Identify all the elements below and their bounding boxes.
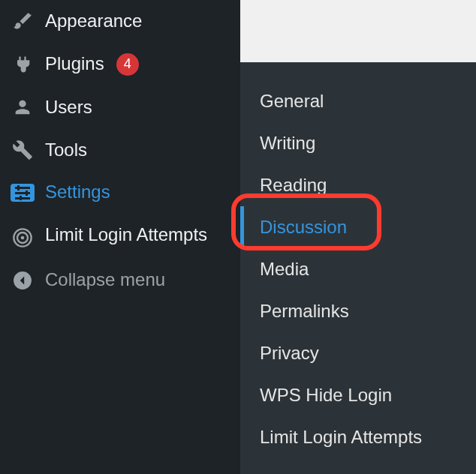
svg-point-8 xyxy=(21,236,25,240)
wrench-icon xyxy=(11,140,35,160)
sidebar-item-label: Tools xyxy=(45,140,87,161)
sidebar-item-users[interactable]: Users xyxy=(0,86,240,129)
brush-icon xyxy=(11,10,35,32)
sidebar-item-plugins[interactable]: Plugins 4 xyxy=(0,43,240,86)
svg-rect-4 xyxy=(26,190,28,196)
user-icon xyxy=(11,97,35,118)
submenu-item-discussion[interactable]: Discussion xyxy=(240,206,476,248)
settings-submenu: General Writing Reading Discussion Media… xyxy=(240,62,476,474)
sidebar-item-label: Users xyxy=(45,97,92,118)
sidebar-item-appearance[interactable]: Appearance xyxy=(0,0,240,43)
sidebar-item-tools[interactable]: Tools xyxy=(0,129,240,172)
sidebar-item-limit-login[interactable]: Limit Login Attempts xyxy=(0,214,240,259)
submenu-item-reading[interactable]: Reading xyxy=(240,164,476,206)
sliders-icon xyxy=(11,184,35,202)
submenu-item-permalinks[interactable]: Permalinks xyxy=(240,290,476,332)
svg-rect-2 xyxy=(15,197,30,200)
sidebar-item-label: Plugins xyxy=(45,53,104,75)
sidebar-item-label: Appearance xyxy=(45,10,142,32)
submenu-item-wps-hide-login[interactable]: WPS Hide Login xyxy=(240,374,476,416)
submenu-item-writing[interactable]: Writing xyxy=(240,122,476,164)
submenu-item-privacy[interactable]: Privacy xyxy=(240,332,476,374)
submenu-item-limit-login-attempts[interactable]: Limit Login Attempts xyxy=(240,416,476,458)
sidebar-item-label: Limit Login Attempts xyxy=(45,224,207,246)
plug-icon xyxy=(11,54,35,75)
collapse-menu-button[interactable]: Collapse menu xyxy=(0,259,240,302)
svg-rect-5 xyxy=(20,196,22,200)
target-icon xyxy=(11,227,35,248)
collapse-label: Collapse menu xyxy=(45,269,165,291)
admin-sidebar: Appearance Plugins 4 Users Tools Setting… xyxy=(0,0,240,474)
collapse-icon xyxy=(11,271,35,290)
submenu-item-media[interactable]: Media xyxy=(240,248,476,290)
submenu-item-general[interactable]: General xyxy=(240,80,476,122)
sidebar-item-label: Settings xyxy=(45,182,110,203)
sidebar-item-settings[interactable]: Settings xyxy=(0,171,240,214)
update-badge: 4 xyxy=(116,53,139,76)
svg-rect-3 xyxy=(17,185,20,190)
